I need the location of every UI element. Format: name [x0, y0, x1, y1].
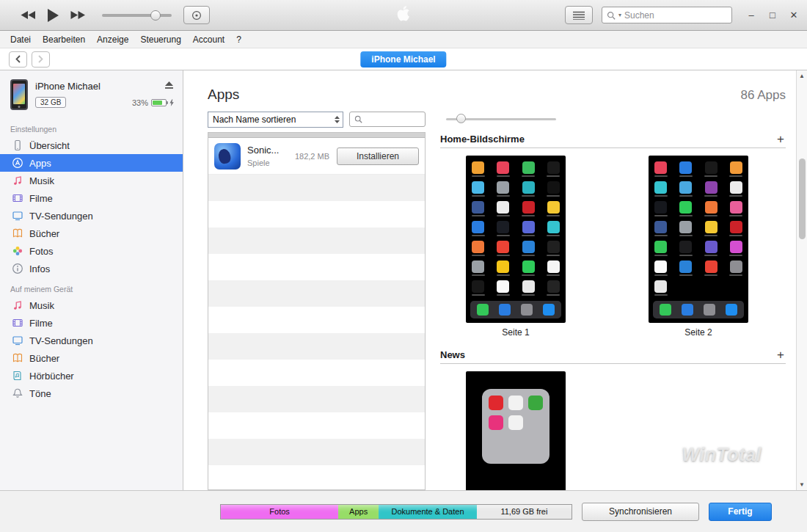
app-filter-search[interactable]: [349, 112, 426, 127]
app-icon: [705, 181, 717, 194]
search-scope-caret-icon[interactable]: ▾: [618, 12, 621, 18]
sidebar-item-musik[interactable]: Musik: [0, 296, 183, 314]
app-icon: [730, 181, 742, 194]
vertical-scrollbar[interactable]: ▲ ▼: [796, 70, 807, 490]
homescreen-preview[interactable]: [649, 156, 748, 323]
sidebar-item-buecher[interactable]: Bücher: [0, 349, 183, 367]
sidebar-item-tv-sendungen[interactable]: TV-Sendungen: [0, 332, 183, 349]
menubar: DateiBearbeitenAnzeigeSteuerungAccount?: [0, 31, 807, 48]
app-list-empty-row: [208, 307, 425, 333]
app-list-empty-row: [208, 465, 425, 490]
sidebar-item-label: Fotos: [29, 246, 54, 257]
search-input[interactable]: [624, 10, 727, 21]
app-icon-label: [472, 294, 485, 296]
apps-icon: [12, 157, 23, 169]
app-icon-label: [472, 215, 485, 216]
add-apps-button[interactable]: +: [777, 134, 786, 145]
app-icon-label: [704, 235, 717, 236]
volume-track[interactable]: [102, 14, 172, 17]
folder-app-icon: [528, 396, 543, 410]
search-box[interactable]: ▾: [602, 7, 732, 23]
app-row-sonic[interactable]: Sonic... Spiele 182,2 MB Installieren: [208, 138, 425, 175]
sidebar-item-apps[interactable]: Apps: [0, 154, 183, 172]
sidebar-item-label: Apps: [29, 158, 51, 169]
screens-zoom-slider[interactable]: [440, 112, 786, 126]
sidebar-item-filme[interactable]: Filme: [0, 189, 183, 207]
screen-page-label: Seite 1: [502, 327, 529, 338]
homescreen-preview[interactable]: [466, 156, 566, 323]
zoom-slider-knob[interactable]: [456, 114, 466, 123]
eject-button[interactable]: [164, 79, 174, 92]
app-icon: [705, 221, 717, 233]
device-header: iPhone Michael 32 GB 33%: [0, 78, 183, 117]
volume-slider[interactable]: [102, 14, 172, 17]
view-switcher-button[interactable]: [565, 6, 593, 24]
app-icon: [497, 241, 509, 253]
app-icon: [497, 201, 509, 214]
sidebar-item-tv-sendungen[interactable]: TV-Sendungen: [0, 207, 183, 225]
capacity-segment-label: 11,69 GB frei: [500, 507, 547, 516]
book-icon: [12, 352, 23, 364]
app-icon: [730, 221, 742, 233]
app-icon-slot: [497, 161, 509, 177]
sidebar-item-infos[interactable]: Infos: [0, 260, 183, 277]
app-list-empty-row: [208, 201, 425, 227]
app-list-empty-row: [208, 227, 425, 254]
app-icon: [472, 181, 484, 194]
scroll-down-arrow-icon[interactable]: ▼: [797, 481, 807, 488]
sidebar-item-label: Hörbücher: [29, 371, 74, 382]
done-button[interactable]: Fertig: [709, 503, 772, 521]
sidebar-item-hoerbuecher[interactable]: Hörbücher: [0, 367, 183, 385]
homescreen-preview[interactable]: [466, 371, 566, 490]
sidebar-item-buecher[interactable]: Bücher: [0, 225, 183, 242]
sidebar-item-musik[interactable]: Musik: [0, 172, 183, 189]
app-icon-label: [522, 274, 535, 276]
app-icon-label: [729, 175, 742, 177]
menu-account[interactable]: Account: [187, 34, 230, 45]
play-button[interactable]: [48, 9, 59, 22]
menu-bearbeiten[interactable]: Bearbeiten: [37, 34, 91, 45]
back-button[interactable]: [9, 51, 27, 68]
volume-knob[interactable]: [150, 10, 161, 21]
sidebar-item-uebersicht[interactable]: Übersicht: [0, 136, 183, 154]
menu-item[interactable]: ?: [230, 34, 247, 45]
app-icon-label: [547, 255, 560, 256]
sidebar-item-filme[interactable]: Filme: [0, 314, 183, 332]
app-icon-label: [654, 195, 668, 197]
screen-preview-wrap: Seite 1: [466, 156, 566, 338]
minimize-button[interactable]: –: [745, 10, 757, 21]
app-icon-label: [679, 235, 693, 236]
install-button[interactable]: Installieren: [337, 147, 419, 165]
app-icon-label: [472, 274, 485, 276]
app-icon-slot: [705, 221, 717, 236]
maximize-button[interactable]: □: [767, 10, 778, 21]
footer: FotosAppsDokumente & Daten11,69 GB frei …: [0, 490, 807, 532]
sidebar-item-toene[interactable]: Töne: [0, 385, 183, 402]
app-icon-slot: [522, 241, 535, 256]
rewind-button[interactable]: [21, 10, 36, 20]
sidebar-item-label: Filme: [29, 193, 53, 204]
scrollbar-thumb[interactable]: [799, 158, 806, 239]
sidebar-item-label: Bücher: [29, 353, 59, 364]
list-view-icon: [573, 11, 585, 20]
menu-anzeige[interactable]: Anzeige: [91, 34, 134, 45]
airplay-device-button[interactable]: [183, 6, 210, 24]
sidebar-item-fotos[interactable]: Fotos: [0, 242, 183, 260]
scroll-up-arrow-icon[interactable]: ▲: [797, 73, 807, 79]
menu-datei[interactable]: Datei: [4, 34, 37, 45]
sort-dropdown[interactable]: Nach Name sortieren: [208, 112, 343, 128]
add-apps-button[interactable]: +: [777, 350, 786, 360]
fast-forward-button[interactable]: [70, 10, 86, 20]
app-icon-label: [729, 274, 742, 276]
app-icon: [522, 241, 535, 253]
forward-button[interactable]: [32, 51, 50, 68]
close-button[interactable]: ✕: [788, 10, 800, 21]
menu-steuerung[interactable]: Steuerung: [134, 34, 186, 45]
eject-icon: [164, 81, 174, 90]
device-selector-button[interactable]: iPhone Michael: [360, 51, 446, 68]
app-icon-label: [704, 255, 717, 256]
sync-button[interactable]: Synchronisieren: [582, 503, 699, 521]
app-icon-slot: [522, 221, 535, 236]
app-icon-label: [497, 294, 510, 296]
capacity-segment-dokumente-daten: Dokumente & Daten: [379, 505, 477, 519]
